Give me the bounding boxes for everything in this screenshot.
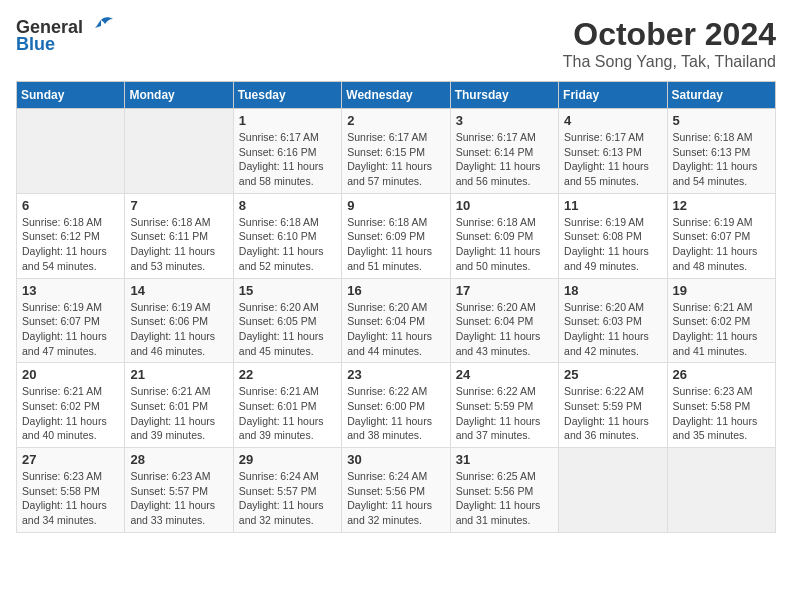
day-info: Sunrise: 6:22 AM Sunset: 6:00 PM Dayligh… bbox=[347, 384, 444, 443]
day-info: Sunrise: 6:19 AM Sunset: 6:07 PM Dayligh… bbox=[673, 215, 770, 274]
day-number: 26 bbox=[673, 367, 770, 382]
month-title: October 2024 bbox=[563, 16, 776, 53]
weekday-header-row: SundayMondayTuesdayWednesdayThursdayFrid… bbox=[17, 82, 776, 109]
calendar-week-row: 27Sunrise: 6:23 AM Sunset: 5:58 PM Dayli… bbox=[17, 448, 776, 533]
calendar-week-row: 6Sunrise: 6:18 AM Sunset: 6:12 PM Daylig… bbox=[17, 193, 776, 278]
logo-blue: Blue bbox=[16, 34, 55, 55]
location-title: Tha Song Yang, Tak, Thailand bbox=[563, 53, 776, 71]
calendar-cell: 26Sunrise: 6:23 AM Sunset: 5:58 PM Dayli… bbox=[667, 363, 775, 448]
calendar-table: SundayMondayTuesdayWednesdayThursdayFrid… bbox=[16, 81, 776, 533]
calendar-cell: 18Sunrise: 6:20 AM Sunset: 6:03 PM Dayli… bbox=[559, 278, 667, 363]
day-info: Sunrise: 6:23 AM Sunset: 5:58 PM Dayligh… bbox=[673, 384, 770, 443]
day-info: Sunrise: 6:20 AM Sunset: 6:04 PM Dayligh… bbox=[347, 300, 444, 359]
calendar-cell: 12Sunrise: 6:19 AM Sunset: 6:07 PM Dayli… bbox=[667, 193, 775, 278]
day-info: Sunrise: 6:17 AM Sunset: 6:16 PM Dayligh… bbox=[239, 130, 336, 189]
day-info: Sunrise: 6:21 AM Sunset: 6:01 PM Dayligh… bbox=[130, 384, 227, 443]
calendar-cell: 1Sunrise: 6:17 AM Sunset: 6:16 PM Daylig… bbox=[233, 109, 341, 194]
day-info: Sunrise: 6:23 AM Sunset: 5:57 PM Dayligh… bbox=[130, 469, 227, 528]
calendar-cell: 24Sunrise: 6:22 AM Sunset: 5:59 PM Dayli… bbox=[450, 363, 558, 448]
day-info: Sunrise: 6:18 AM Sunset: 6:13 PM Dayligh… bbox=[673, 130, 770, 189]
day-number: 27 bbox=[22, 452, 119, 467]
day-info: Sunrise: 6:22 AM Sunset: 5:59 PM Dayligh… bbox=[564, 384, 661, 443]
day-info: Sunrise: 6:20 AM Sunset: 6:04 PM Dayligh… bbox=[456, 300, 553, 359]
day-number: 17 bbox=[456, 283, 553, 298]
day-number: 13 bbox=[22, 283, 119, 298]
day-info: Sunrise: 6:22 AM Sunset: 5:59 PM Dayligh… bbox=[456, 384, 553, 443]
calendar-cell bbox=[667, 448, 775, 533]
weekday-header: Friday bbox=[559, 82, 667, 109]
day-info: Sunrise: 6:24 AM Sunset: 5:56 PM Dayligh… bbox=[347, 469, 444, 528]
day-number: 11 bbox=[564, 198, 661, 213]
day-info: Sunrise: 6:25 AM Sunset: 5:56 PM Dayligh… bbox=[456, 469, 553, 528]
calendar-cell bbox=[559, 448, 667, 533]
day-number: 15 bbox=[239, 283, 336, 298]
calendar-cell: 10Sunrise: 6:18 AM Sunset: 6:09 PM Dayli… bbox=[450, 193, 558, 278]
calendar-cell: 5Sunrise: 6:18 AM Sunset: 6:13 PM Daylig… bbox=[667, 109, 775, 194]
calendar-cell: 27Sunrise: 6:23 AM Sunset: 5:58 PM Dayli… bbox=[17, 448, 125, 533]
day-info: Sunrise: 6:18 AM Sunset: 6:12 PM Dayligh… bbox=[22, 215, 119, 274]
weekday-header: Tuesday bbox=[233, 82, 341, 109]
day-number: 24 bbox=[456, 367, 553, 382]
day-number: 5 bbox=[673, 113, 770, 128]
day-number: 28 bbox=[130, 452, 227, 467]
weekday-header: Sunday bbox=[17, 82, 125, 109]
day-number: 3 bbox=[456, 113, 553, 128]
day-info: Sunrise: 6:21 AM Sunset: 6:01 PM Dayligh… bbox=[239, 384, 336, 443]
day-info: Sunrise: 6:18 AM Sunset: 6:11 PM Dayligh… bbox=[130, 215, 227, 274]
day-info: Sunrise: 6:21 AM Sunset: 6:02 PM Dayligh… bbox=[673, 300, 770, 359]
day-info: Sunrise: 6:17 AM Sunset: 6:14 PM Dayligh… bbox=[456, 130, 553, 189]
day-number: 9 bbox=[347, 198, 444, 213]
calendar-cell: 28Sunrise: 6:23 AM Sunset: 5:57 PM Dayli… bbox=[125, 448, 233, 533]
calendar-cell: 14Sunrise: 6:19 AM Sunset: 6:06 PM Dayli… bbox=[125, 278, 233, 363]
logo: General Blue bbox=[16, 16, 115, 55]
calendar-cell: 2Sunrise: 6:17 AM Sunset: 6:15 PM Daylig… bbox=[342, 109, 450, 194]
day-number: 25 bbox=[564, 367, 661, 382]
calendar-cell: 21Sunrise: 6:21 AM Sunset: 6:01 PM Dayli… bbox=[125, 363, 233, 448]
weekday-header: Monday bbox=[125, 82, 233, 109]
calendar-cell: 30Sunrise: 6:24 AM Sunset: 5:56 PM Dayli… bbox=[342, 448, 450, 533]
day-number: 23 bbox=[347, 367, 444, 382]
day-number: 22 bbox=[239, 367, 336, 382]
day-number: 14 bbox=[130, 283, 227, 298]
calendar-cell: 20Sunrise: 6:21 AM Sunset: 6:02 PM Dayli… bbox=[17, 363, 125, 448]
calendar-cell: 31Sunrise: 6:25 AM Sunset: 5:56 PM Dayli… bbox=[450, 448, 558, 533]
day-number: 31 bbox=[456, 452, 553, 467]
calendar-cell: 13Sunrise: 6:19 AM Sunset: 6:07 PM Dayli… bbox=[17, 278, 125, 363]
day-info: Sunrise: 6:20 AM Sunset: 6:03 PM Dayligh… bbox=[564, 300, 661, 359]
calendar-cell: 9Sunrise: 6:18 AM Sunset: 6:09 PM Daylig… bbox=[342, 193, 450, 278]
day-number: 19 bbox=[673, 283, 770, 298]
calendar-cell bbox=[17, 109, 125, 194]
day-number: 16 bbox=[347, 283, 444, 298]
day-number: 30 bbox=[347, 452, 444, 467]
calendar-cell: 7Sunrise: 6:18 AM Sunset: 6:11 PM Daylig… bbox=[125, 193, 233, 278]
day-number: 10 bbox=[456, 198, 553, 213]
calendar-cell: 16Sunrise: 6:20 AM Sunset: 6:04 PM Dayli… bbox=[342, 278, 450, 363]
calendar-cell: 25Sunrise: 6:22 AM Sunset: 5:59 PM Dayli… bbox=[559, 363, 667, 448]
weekday-header: Thursday bbox=[450, 82, 558, 109]
day-number: 20 bbox=[22, 367, 119, 382]
calendar-week-row: 1Sunrise: 6:17 AM Sunset: 6:16 PM Daylig… bbox=[17, 109, 776, 194]
day-number: 21 bbox=[130, 367, 227, 382]
page-header: General Blue October 2024 Tha Song Yang,… bbox=[16, 16, 776, 71]
calendar-cell: 8Sunrise: 6:18 AM Sunset: 6:10 PM Daylig… bbox=[233, 193, 341, 278]
day-number: 7 bbox=[130, 198, 227, 213]
day-number: 6 bbox=[22, 198, 119, 213]
calendar-cell: 3Sunrise: 6:17 AM Sunset: 6:14 PM Daylig… bbox=[450, 109, 558, 194]
calendar-cell: 15Sunrise: 6:20 AM Sunset: 6:05 PM Dayli… bbox=[233, 278, 341, 363]
day-number: 1 bbox=[239, 113, 336, 128]
day-info: Sunrise: 6:19 AM Sunset: 6:07 PM Dayligh… bbox=[22, 300, 119, 359]
weekday-header: Saturday bbox=[667, 82, 775, 109]
day-info: Sunrise: 6:23 AM Sunset: 5:58 PM Dayligh… bbox=[22, 469, 119, 528]
calendar-cell: 6Sunrise: 6:18 AM Sunset: 6:12 PM Daylig… bbox=[17, 193, 125, 278]
day-info: Sunrise: 6:19 AM Sunset: 6:08 PM Dayligh… bbox=[564, 215, 661, 274]
calendar-cell: 17Sunrise: 6:20 AM Sunset: 6:04 PM Dayli… bbox=[450, 278, 558, 363]
logo-bird-icon bbox=[87, 16, 115, 38]
calendar-week-row: 13Sunrise: 6:19 AM Sunset: 6:07 PM Dayli… bbox=[17, 278, 776, 363]
calendar-cell: 23Sunrise: 6:22 AM Sunset: 6:00 PM Dayli… bbox=[342, 363, 450, 448]
day-number: 8 bbox=[239, 198, 336, 213]
weekday-header: Wednesday bbox=[342, 82, 450, 109]
day-info: Sunrise: 6:18 AM Sunset: 6:10 PM Dayligh… bbox=[239, 215, 336, 274]
calendar-cell: 11Sunrise: 6:19 AM Sunset: 6:08 PM Dayli… bbox=[559, 193, 667, 278]
day-info: Sunrise: 6:17 AM Sunset: 6:15 PM Dayligh… bbox=[347, 130, 444, 189]
calendar-cell: 4Sunrise: 6:17 AM Sunset: 6:13 PM Daylig… bbox=[559, 109, 667, 194]
